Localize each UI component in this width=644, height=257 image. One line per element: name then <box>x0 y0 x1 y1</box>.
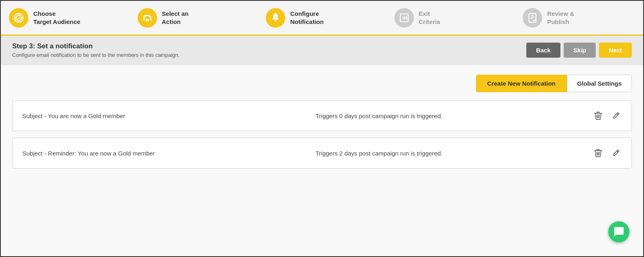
configure-notification-label2: Notification <box>290 18 324 26</box>
select-action-label1: Select an <box>162 10 189 18</box>
notification-subject-1: Subject - You are now a Gold member <box>22 112 299 119</box>
wizard-header: Choose Target Audience Select an Action <box>1 1 643 36</box>
delete-notification-1-button[interactable] <box>592 110 604 122</box>
svg-line-19 <box>597 115 597 118</box>
svg-line-25 <box>617 151 618 152</box>
select-action-label2: Action <box>162 18 189 26</box>
step-subtitle: Configure email notification to be sent … <box>12 52 180 58</box>
choose-target-text: Choose Target Audience <box>33 10 80 26</box>
global-settings-button[interactable]: Global Settings <box>567 75 632 92</box>
svg-line-21 <box>617 114 618 115</box>
select-action-text: Select an Action <box>162 10 189 26</box>
configure-notification-icon <box>266 8 285 28</box>
exit-criteria-icon <box>394 8 414 28</box>
notification-trigger-1: Triggers 0 days post campaign run is tri… <box>299 112 593 119</box>
review-publish-text: Review & Publish <box>547 10 574 26</box>
step-title: Step 3: Set a notification <box>12 42 180 50</box>
review-publish-label1: Review & <box>547 10 574 18</box>
edit-notification-1-button[interactable] <box>610 110 622 121</box>
notification-card-2: Subject - Reminder: You are now a Gold m… <box>12 138 632 168</box>
choose-target-icon <box>9 8 28 28</box>
chat-bubble-button[interactable] <box>608 221 629 242</box>
notification-card-1: Subject - You are now a Gold member Trig… <box>12 100 632 131</box>
notification-trigger-2: Triggers 2 days post campaign run is tri… <box>299 150 593 157</box>
delete-notification-2-button[interactable] <box>592 147 604 159</box>
exit-criteria-text: Exit Criteria <box>419 10 440 26</box>
edit-notification-2-button[interactable] <box>610 147 622 159</box>
choose-target-label2: Target Audience <box>33 18 80 26</box>
svg-rect-8 <box>150 18 151 20</box>
step-bar: Step 3: Set a notification Configure ema… <box>1 36 643 65</box>
svg-rect-14 <box>529 13 536 22</box>
step-bar-buttons: Back Skip Next <box>526 43 632 58</box>
exit-criteria-label2: Criteria <box>419 18 440 26</box>
create-notification-button[interactable]: Create New Notification <box>476 75 567 92</box>
configure-notification-text: Configure Notification <box>290 10 324 26</box>
svg-point-9 <box>146 19 149 21</box>
svg-line-23 <box>597 152 597 155</box>
notification-actions-1 <box>592 110 622 122</box>
back-button[interactable]: Back <box>526 43 560 58</box>
svg-line-20 <box>599 115 600 118</box>
wizard-step-configure-notification[interactable]: Configure Notification <box>258 1 386 35</box>
next-button[interactable]: Next <box>599 43 632 58</box>
svg-rect-10 <box>275 20 276 21</box>
step-bar-left: Step 3: Set a notification Configure ema… <box>12 42 180 58</box>
svg-point-11 <box>275 13 276 15</box>
review-publish-label2: Publish <box>547 18 574 26</box>
notification-subject-2: Subject - Reminder: You are now a Gold m… <box>22 150 299 157</box>
notification-actions-2 <box>592 147 622 159</box>
skip-button[interactable]: Skip <box>564 43 596 58</box>
exit-criteria-label1: Exit <box>419 10 440 18</box>
action-row: Create New Notification Global Settings <box>12 75 632 92</box>
wizard-step-exit-criteria[interactable]: Exit Criteria <box>386 1 515 35</box>
svg-rect-7 <box>143 18 144 20</box>
wizard-step-review-publish[interactable]: Review & Publish <box>515 1 643 35</box>
review-publish-icon <box>523 8 542 28</box>
select-action-icon <box>138 8 157 28</box>
choose-target-label1: Choose <box>33 10 80 18</box>
configure-notification-label1: Configure <box>290 10 324 18</box>
wizard-step-choose-target[interactable]: Choose Target Audience <box>1 1 129 35</box>
svg-line-24 <box>599 152 600 155</box>
wizard-step-select-action[interactable]: Select an Action <box>129 1 258 35</box>
svg-point-2 <box>18 17 19 18</box>
main-content: Create New Notification Global Settings … <box>1 65 643 256</box>
app-container: Choose Target Audience Select an Action <box>0 0 644 257</box>
